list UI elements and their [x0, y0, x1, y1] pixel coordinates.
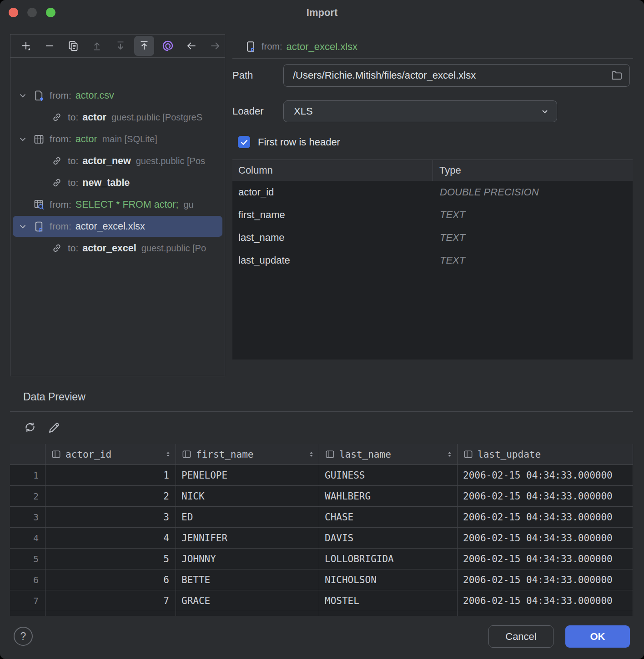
tree-item-actor-table[interactable]: from: actor main [SQLite]	[10, 128, 225, 150]
preview-header-last-name[interactable]: last_name	[319, 444, 458, 465]
cell-actor-id[interactable]: 7	[45, 590, 176, 611]
cell-last-name[interactable]: CHASE	[319, 507, 458, 528]
cell-actor-id[interactable]: 6	[45, 569, 176, 590]
row-number[interactable]: 2	[10, 486, 45, 507]
tree-item-to-actor[interactable]: to: actor guest.public [PostgreS	[10, 106, 225, 128]
tree-item-prefix: from:	[50, 134, 71, 145]
chevron-down-icon[interactable]	[17, 90, 29, 100]
cell-last-name[interactable]: WAHLBERG	[319, 486, 458, 507]
link-icon	[50, 242, 63, 254]
loader-select[interactable]: XLS	[283, 100, 557, 122]
zoom-window-button[interactable]	[46, 8, 55, 17]
cell-last-update[interactable]: 2006-02-15 04:34:33.000000	[458, 590, 633, 611]
cell-first-name[interactable]: GRACE	[176, 590, 319, 611]
column-type[interactable]: DOUBLE PRECISION	[433, 186, 539, 198]
ok-button[interactable]: OK	[565, 625, 630, 648]
cell-first-name[interactable]	[176, 611, 319, 616]
chevron-down-icon[interactable]	[17, 221, 29, 231]
sort-icon[interactable]	[164, 450, 172, 458]
back-icon[interactable]	[181, 36, 201, 56]
column-name[interactable]: last_name	[232, 232, 433, 244]
forward-icon[interactable]	[205, 36, 225, 56]
query-result-icon	[32, 199, 45, 211]
cell-actor-id[interactable]: 1	[45, 465, 176, 486]
preview-header-actor-id[interactable]: actor_id	[45, 444, 176, 465]
ai-swirl-icon[interactable]	[158, 36, 178, 56]
move-down-icon[interactable]	[111, 36, 131, 56]
row-number[interactable]: 4	[10, 528, 45, 549]
tree-item-name: actor_excel	[82, 243, 136, 254]
move-up-icon[interactable]	[87, 36, 107, 56]
row-number[interactable]: 3	[10, 507, 45, 528]
tree-item-select-query[interactable]: from: SELECT * FROM actor; gu	[10, 194, 225, 215]
row-number[interactable]: 6	[10, 569, 45, 590]
chevron-down-icon[interactable]	[17, 134, 29, 144]
column-type[interactable]: TEXT	[433, 209, 465, 221]
cell-last-update[interactable]	[458, 611, 633, 616]
tree-item-actor-csv[interactable]: from: actor.csv	[10, 85, 225, 106]
column-name[interactable]: first_name	[232, 209, 433, 221]
cell-last-update[interactable]: 2006-02-15 04:34:33.000000	[458, 569, 633, 590]
remove-icon[interactable]	[40, 36, 60, 56]
row-number[interactable]: 1	[10, 465, 45, 486]
cell-actor-id[interactable]: 2	[45, 486, 176, 507]
edit-pencil-icon[interactable]	[45, 418, 63, 436]
column-name[interactable]: actor_id	[232, 186, 433, 198]
preview-header-first-name[interactable]: first_name	[176, 444, 319, 465]
sort-icon[interactable]	[307, 450, 315, 458]
cell-actor-id[interactable]: 4	[45, 528, 176, 549]
close-window-button[interactable]	[9, 8, 18, 17]
help-button[interactable]: ?	[14, 627, 33, 646]
tree-item-detail: gu	[183, 200, 193, 210]
cell-first-name[interactable]: ED	[176, 507, 319, 528]
add-icon[interactable]	[16, 36, 36, 56]
column-type-row[interactable]: first_name TEXT	[232, 204, 633, 226]
cell-actor-id[interactable]: 5	[45, 549, 176, 569]
cell-actor-id[interactable]	[45, 611, 176, 616]
row-number[interactable]: 5	[10, 549, 45, 569]
row-number[interactable]	[10, 611, 45, 616]
row-number[interactable]: 7	[10, 590, 45, 611]
refresh-icon[interactable]	[21, 418, 39, 436]
cell-first-name[interactable]: NICK	[176, 486, 319, 507]
column-name[interactable]: last_update	[232, 255, 433, 266]
column-header-label: last_update	[478, 449, 629, 460]
tree-item-actor-excel-xlsx[interactable]: F from: actor_excel.xlsx	[13, 216, 222, 237]
tree-item-to-actor-excel[interactable]: to: actor_excel guest.public [Po	[10, 237, 225, 259]
cell-last-update[interactable]: 2006-02-15 04:34:33.000000	[458, 507, 633, 528]
minimize-window-button[interactable]	[27, 8, 37, 17]
preview-header-last-update[interactable]: last_update	[458, 444, 633, 465]
cell-first-name[interactable]: BETTE	[176, 569, 319, 590]
path-input[interactable]: /Users/Richie.Mitish/files/actor_excel.x…	[283, 64, 630, 87]
cancel-button[interactable]: Cancel	[488, 625, 553, 648]
cell-actor-id[interactable]: 3	[45, 507, 176, 528]
cell-last-name[interactable]: LOLLOBRIGIDA	[319, 549, 458, 569]
first-row-header-checkbox[interactable]	[238, 136, 250, 148]
cell-last-name[interactable]: NICHOLSON	[319, 569, 458, 590]
loader-label: Loader	[232, 105, 264, 117]
cell-first-name[interactable]: PENELOPE	[176, 465, 319, 486]
column-type-row[interactable]: last_name TEXT	[232, 226, 633, 249]
column-type[interactable]: TEXT	[433, 232, 465, 244]
column-type-row[interactable]: last_update TEXT	[232, 249, 633, 272]
cell-last-name[interactable]: DAVIS	[319, 528, 458, 549]
tree-item-detail: guest.public [PostgreS	[111, 112, 202, 123]
export-to-top-icon[interactable]	[134, 36, 154, 56]
cell-last-name[interactable]	[319, 611, 458, 616]
column-type-row[interactable]: actor_id DOUBLE PRECISION	[232, 181, 633, 204]
cell-first-name[interactable]: JOHNNY	[176, 549, 319, 569]
tree-item-to-new-table[interactable]: to: new_table	[10, 172, 225, 194]
column-type[interactable]: TEXT	[433, 255, 465, 266]
cell-last-update[interactable]: 2006-02-15 04:34:33.000000	[458, 549, 633, 569]
cell-last-update[interactable]: 2006-02-15 04:34:33.000000	[458, 486, 633, 507]
cell-last-name[interactable]: GUINESS	[319, 465, 458, 486]
cell-last-update[interactable]: 2006-02-15 04:34:33.000000	[458, 528, 633, 549]
duplicate-icon[interactable]	[63, 36, 83, 56]
tree-item-to-actor-new[interactable]: to: actor_new guest.public [Pos	[10, 150, 225, 172]
window-title: Import	[307, 7, 337, 19]
cell-first-name[interactable]: JENNIFER	[176, 528, 319, 549]
cell-last-name[interactable]: MOSTEL	[319, 590, 458, 611]
folder-browse-icon[interactable]	[610, 69, 623, 82]
sort-icon[interactable]	[446, 450, 453, 458]
cell-last-update[interactable]: 2006-02-15 04:34:33.000000	[458, 465, 633, 486]
